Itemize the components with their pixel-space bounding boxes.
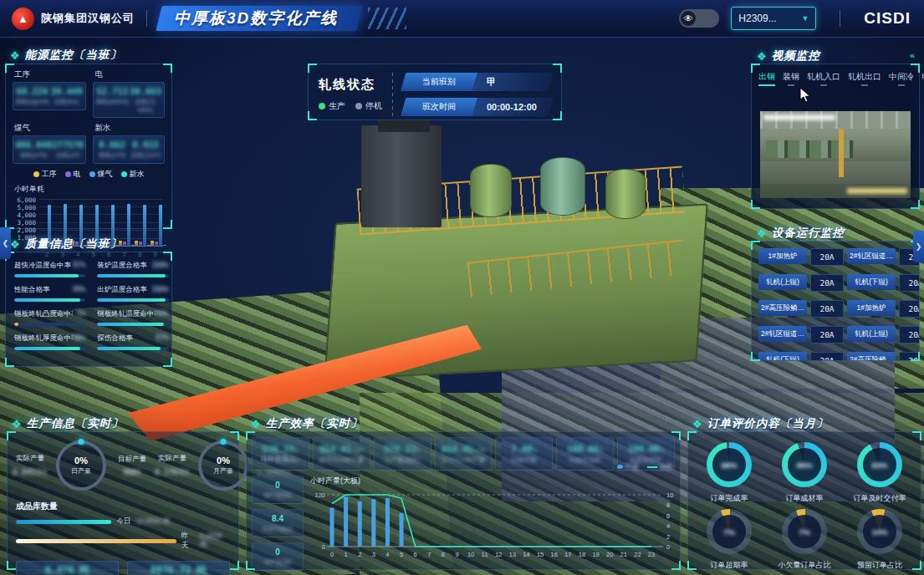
stock-bar-row: 昨天5.2936 吨: [16, 531, 230, 551]
legend-item: 电: [65, 169, 81, 180]
svg-text:7: 7: [427, 551, 431, 558]
equipment-current-value: 20A: [899, 300, 919, 318]
video-tab-5[interactable]: 中间冷: [889, 71, 914, 86]
svg-text:2: 2: [358, 551, 361, 558]
video-camera-tabs: 出钢装钢轧机入口轧机出口中间冷电加热: [752, 64, 919, 86]
order-donut: 98%订单完成率: [693, 442, 765, 504]
legend-label: 工序: [42, 169, 57, 180]
video-feed[interactable]: [760, 111, 911, 198]
efficiency-mini-stats: 0班产量(块)8.4轧制节奏(s)0日产量(块): [252, 476, 304, 571]
energy-legend: 工序电煤气新水: [6, 169, 171, 180]
diamond-icon: ❖: [757, 50, 767, 63]
legend-label: 电: [74, 169, 81, 180]
energy-value: 277578: [52, 140, 84, 150]
quality-panel-header: ❖ 质量信息〔当班〕: [10, 237, 122, 252]
quality-metric: 性能合格率99%: [14, 285, 85, 302]
energy-unit-label: 单耗(m³/t): [15, 151, 52, 160]
stock-bar-label: 今日: [116, 516, 130, 527]
video-tab-3[interactable]: 轧机入口: [807, 71, 840, 86]
stat-label: 日平均小时产量: [442, 456, 486, 465]
quality-label: 性能合格率: [14, 285, 50, 295]
efficiency-stat-card: 654.61t/h班平均小时产量: [313, 437, 370, 471]
svg-text:18: 18: [579, 551, 585, 558]
company-logo-icon: ▲: [12, 8, 34, 30]
equipment-current-value: 20A: [899, 274, 919, 292]
video-expand-button[interactable]: «: [910, 50, 915, 60]
energy-unit-label: 总耗(万m³): [129, 151, 162, 160]
quality-metric: 超快冷温度命中率97%: [14, 261, 85, 277]
legend-item: 煤气: [89, 169, 113, 180]
svg-text:11: 11: [482, 551, 488, 558]
video-panel-title: 视频监控: [772, 48, 820, 64]
energy-card-name: 新水: [94, 123, 165, 134]
equipment-name-chip: 2#高压除鳞…: [758, 300, 807, 316]
line-select-dropdown[interactable]: H2309... ▼: [731, 7, 816, 30]
status-divider: [392, 73, 393, 116]
status-row: 当前班别甲: [401, 73, 554, 91]
svg-text:19: 19: [592, 551, 599, 558]
energy-card-name: 煤气: [14, 123, 86, 134]
cisdi-logo: CISDI: [864, 9, 911, 28]
svg-text:12: 12: [495, 551, 502, 558]
header-divider: [840, 10, 840, 27]
stock-bar-value: 13.8911 吨: [135, 516, 170, 527]
app-title-chip: 中厚板3D数字化产线: [156, 6, 363, 31]
line-status-title: 轧线状态: [319, 77, 382, 93]
output-gauge: 0%月产量: [198, 440, 248, 491]
mini-label: 轧制节奏(s): [263, 525, 293, 533]
production-panel: 实际产量0.045万t0%日产量目标产量900t实际产量0.176万t0%月产量…: [7, 431, 239, 570]
video-tab-2[interactable]: 装钢: [783, 71, 799, 86]
svg-text:0: 0: [322, 543, 325, 551]
equipment-name-chip: 2#高压除鳞…: [847, 352, 896, 360]
target-pair: 目标产量900t: [113, 455, 151, 476]
status-rows: 当前班别甲班次时间00:00-12:00: [403, 73, 551, 116]
stat-label: 班产量(实际): [263, 456, 299, 465]
collapse-right-button[interactable]: ❯: [913, 231, 924, 262]
gauge-percent: 0%: [74, 455, 88, 466]
svg-text:6: 6: [666, 512, 670, 520]
equipment-current-value: 20A: [810, 248, 844, 266]
gauge-name: 日产量: [71, 466, 91, 476]
legend-item: 新水: [121, 169, 145, 180]
status-row-label: 当前班别: [422, 76, 456, 88]
warehouse-box: 0.476 吨成品库: [16, 561, 119, 575]
stat-value: 576.23t: [263, 444, 299, 454]
quality-value: 99%: [156, 309, 168, 318]
target-pair: 实际产量0.045万t: [11, 454, 49, 478]
equipment-row: 1#加热炉20A2#轧区辊道…20A: [758, 248, 912, 266]
actual-output-label: 实际产量: [153, 454, 191, 464]
equipment-current-value: 20A: [810, 300, 844, 318]
equipment-name-chip: 轧机(上辊): [847, 326, 896, 342]
quality-metric: 装炉温度合格率100%: [97, 261, 168, 277]
efficiency-stat-card: 576.23t日产量(实际): [374, 437, 431, 471]
eye-icon: 👁: [681, 11, 696, 26]
stock-bar-row: 今日13.8911 吨: [16, 516, 230, 527]
svg-text:9: 9: [455, 551, 458, 558]
quality-metric: 钢板终轧温度命中率99%: [97, 309, 168, 326]
video-walkway: [760, 161, 911, 184]
quality-label: 超快冷温度命中率: [14, 261, 71, 271]
svg-text:3: 3: [372, 551, 375, 558]
efficiency-panel: 576.23t班产量(实际)654.61t/h班平均小时产量576.23t日产量…: [246, 431, 681, 570]
energy-card: 电52.713单耗(kWh/t)30.663总耗(万kWh): [93, 68, 165, 118]
visibility-toggle[interactable]: 👁: [679, 9, 719, 28]
stock-bar-value: 5.2936 吨: [200, 532, 230, 550]
collapse-left-button[interactable]: ❮: [0, 227, 11, 259]
header-divider: [146, 10, 147, 27]
energy-unit-label: 总耗(tce): [49, 98, 84, 106]
status-row-label: 班次时间: [422, 101, 456, 113]
target-pair: 实际产量0.176万t: [153, 454, 191, 478]
svg-text:8: 8: [442, 551, 445, 558]
equipment-name-chip: 轧机(下辊): [847, 274, 896, 290]
gauge-name: 月产量: [213, 466, 233, 476]
video-tab-1[interactable]: 出钢: [758, 71, 775, 86]
video-tab-4[interactable]: 轧机出口: [848, 71, 881, 86]
energy-unit-label: 单耗(kgce/t): [15, 98, 49, 106]
energy-unit-label: 总耗(万kWh): [129, 98, 162, 114]
company-name: 陕钢集团汉钢公司: [41, 11, 135, 26]
donut-value: 93%: [871, 461, 887, 470]
status-legend-label: 停机: [365, 100, 382, 112]
efficiency-stat-card: 198.86%轧机作业率: [556, 437, 614, 471]
mini-label: 日产量(块): [264, 558, 292, 567]
orders-panel: 98%订单完成率95%订单成材率93%订单及时交付率7%订单超期率7%小欠量订单…: [687, 431, 921, 570]
